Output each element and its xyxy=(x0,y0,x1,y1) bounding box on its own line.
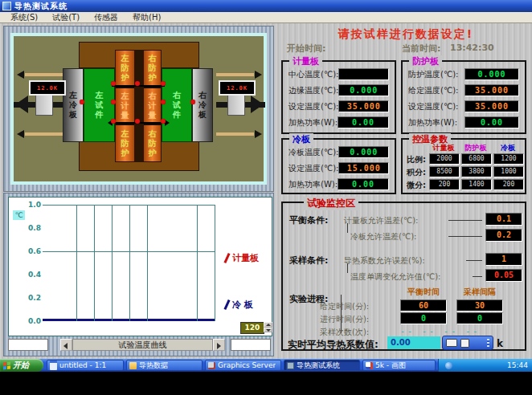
right-heater-column: 右防护 右计量 右防护 xyxy=(143,50,162,162)
sensor-dot xyxy=(111,100,116,104)
spinner-down-icon[interactable] xyxy=(264,328,272,333)
left-guard-top-label: 左防护 xyxy=(121,54,130,83)
metering-power-value: 0.00 xyxy=(338,116,389,128)
task-label: untitled - 1:1 xyxy=(59,361,106,369)
metering-setpoint-value[interactable]: 35.000 xyxy=(338,100,389,112)
left-guard-bottom-label: 左防护 xyxy=(121,129,130,158)
right-guard-top-label: 右防护 xyxy=(148,54,158,83)
chart-unit-badge: ℃ xyxy=(13,210,25,220)
monotonic-change-value[interactable]: 0.05 xyxy=(485,269,522,282)
tray-network-icon[interactable] xyxy=(445,362,452,369)
pid-p-guard[interactable]: 6800 xyxy=(461,153,492,165)
conductivity-error-value[interactable]: 1 xyxy=(485,253,522,266)
left-specimen-label: 左试件 xyxy=(95,91,104,120)
metering-setpoint-label: 设定温度(℃): xyxy=(289,101,338,112)
taskbar-task-graphics-server[interactable]: Graphics Server xyxy=(205,360,281,371)
pid-col-metering: 计量板 xyxy=(428,143,459,153)
cold-plate-title: 冷板 xyxy=(289,133,313,145)
cold-tolerance-value[interactable]: 0.2 xyxy=(485,229,522,242)
start-button[interactable]: 开始 xyxy=(0,359,43,372)
pid-d-guard[interactable]: 1400 xyxy=(461,179,492,190)
keyboard-icon[interactable] xyxy=(446,339,457,347)
given-time-label: 给定时间(分): xyxy=(320,301,369,312)
monotonic-change-label: 温度单调变化允许值(℃): xyxy=(350,271,440,283)
ytick-1: 1.0 xyxy=(23,201,41,209)
elapsed-time-label: 进行时间(分): xyxy=(320,314,369,325)
taskbar-task-untitled[interactable]: untitled - 1:1 xyxy=(47,360,124,371)
gridline-v xyxy=(112,205,113,321)
start-label: 开始 xyxy=(13,360,29,371)
sensor-dot xyxy=(135,119,140,124)
left-bottom-arrow xyxy=(17,130,24,138)
pid-p-metering[interactable]: 2000 xyxy=(429,153,460,165)
column-gap xyxy=(135,50,143,162)
metering-power-label: 加热功率(W): xyxy=(289,117,338,128)
sensor-dot xyxy=(111,81,116,86)
right-guard-bottom-label: 右防护 xyxy=(148,129,158,158)
guard-power-value: 0.00 xyxy=(464,116,519,128)
sensor-dot xyxy=(135,81,140,86)
guard-setpoint-value[interactable]: 35.000 xyxy=(464,100,519,112)
warning-message: 请按试样进行数据设定! xyxy=(289,27,522,42)
tray-clock[interactable]: 15:44 xyxy=(507,361,528,369)
menu-sensor[interactable]: 传感器 xyxy=(87,12,125,23)
task-label: 导热测试系统 xyxy=(297,360,340,371)
cold-power-value: 0.00 xyxy=(338,178,389,190)
pid-col-guard: 防护板 xyxy=(460,143,491,153)
gridline-h xyxy=(43,251,215,252)
balance-condition-label: 平衡条件: xyxy=(289,214,328,226)
sensor-dot xyxy=(161,81,166,86)
pid-i-metering[interactable]: 8500 xyxy=(429,166,460,177)
right-specimen-label: 右试件 xyxy=(172,91,182,120)
pid-p-cold[interactable]: 1200 xyxy=(493,153,524,165)
right-pump xyxy=(227,95,245,116)
cold-setpoint-value[interactable]: 15.000 xyxy=(338,162,389,174)
legend-metering-label: 计量板 xyxy=(232,252,259,264)
menu-test[interactable]: 试验(T) xyxy=(45,12,87,23)
language-bar[interactable] xyxy=(442,336,493,350)
curve-scrollbar[interactable]: 试验温度曲线 xyxy=(60,339,225,351)
monitor-group: 试验监控区 平衡条件: 计量板允许温差(℃): 0.1 冷板允许温差(℃): 0… xyxy=(281,202,526,351)
grip-icon[interactable] xyxy=(487,339,489,347)
system-tray: 15:44 xyxy=(438,359,532,372)
given-sampling-interval[interactable]: 30 xyxy=(456,299,503,312)
right-bottom-pipe xyxy=(216,132,254,136)
left-metering-label: 左计量 xyxy=(121,92,130,120)
baseline xyxy=(43,319,215,321)
menu-help[interactable]: 帮助(H) xyxy=(125,12,168,23)
client-area: 左冷板 右冷板 左试件 右试件 左防护 左计量 xyxy=(0,23,532,359)
given-balance-time[interactable]: 60 xyxy=(400,299,447,312)
taskbar-task-data-folder[interactable]: 导热数据 xyxy=(126,360,203,371)
sampling-interval-header: 采样间隔 xyxy=(456,287,503,298)
guard-plate-title: 防护板 xyxy=(409,55,442,67)
left-cold-plate: 左冷板 xyxy=(63,68,84,142)
pid-col-cold: 冷板 xyxy=(493,143,523,153)
window-title: 导热测试系统 xyxy=(14,1,68,12)
menu-system[interactable]: 系统(S) xyxy=(3,12,45,23)
taskbar-task-paint[interactable]: 5k - 画图 xyxy=(362,360,436,371)
ime-options-icon[interactable] xyxy=(460,339,469,348)
right-cold-plate: 右冷板 xyxy=(192,68,213,142)
center-temp-label: 中心温度(℃): xyxy=(289,69,338,80)
conductivity-error-label: 导热系数允许误差(%): xyxy=(344,255,425,267)
points-count-field[interactable]: 120 xyxy=(240,322,264,334)
scrollbar-track[interactable]: 试验温度曲线 xyxy=(72,339,213,351)
guard-given-value[interactable]: 35.000 xyxy=(464,84,519,96)
guard-plate-group: 防护板 防护温度(℃):0.000 给定温度(℃):35.000 设定温度(℃)… xyxy=(401,60,526,134)
scroll-left-button[interactable] xyxy=(60,339,72,351)
app-icon-small xyxy=(287,362,294,369)
pid-i-cold[interactable]: 1000 xyxy=(493,166,524,177)
taskbar-task-thermal-app[interactable]: 导热测试系统 xyxy=(284,360,360,371)
points-spinner[interactable] xyxy=(264,322,272,332)
scroll-right-button[interactable] xyxy=(213,339,225,351)
pid-d-cold[interactable]: 200 xyxy=(493,179,524,190)
edge-temp-label: 边缘温度(℃): xyxy=(289,85,338,96)
sensor-dot xyxy=(80,100,84,104)
left-flow-arrow xyxy=(15,96,28,113)
right-top-arrow xyxy=(255,71,262,79)
metering-tolerance-value[interactable]: 0.1 xyxy=(485,213,522,226)
ytick-4: 0.4 xyxy=(23,271,41,279)
pid-d-metering[interactable]: 200 xyxy=(429,179,460,190)
pid-i-guard[interactable]: 3800 xyxy=(461,166,492,177)
task-label: 导热数据 xyxy=(139,360,168,371)
